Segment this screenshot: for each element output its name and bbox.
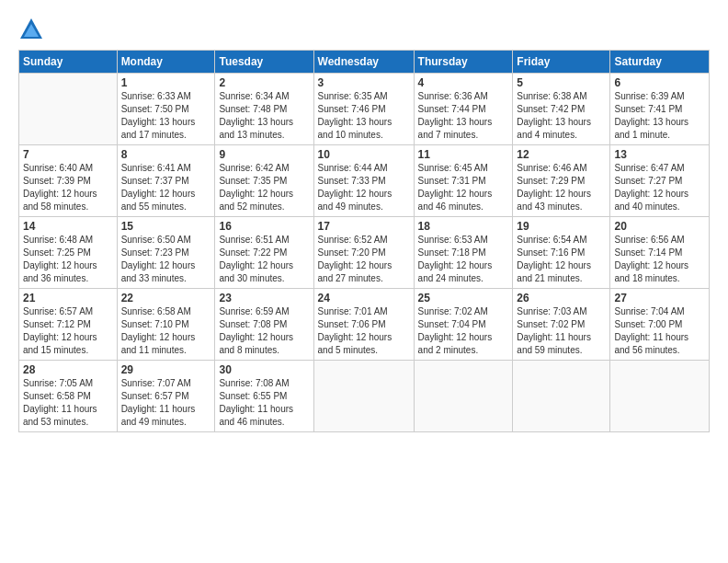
calendar-week-row: 14Sunrise: 6:48 AM Sunset: 7:25 PM Dayli… [19,217,710,289]
calendar-cell [513,361,610,432]
calendar-cell: 14Sunrise: 6:48 AM Sunset: 7:25 PM Dayli… [19,217,118,289]
day-number: 13 [614,148,705,161]
calendar-week-row: 1Sunrise: 6:33 AM Sunset: 7:50 PM Daylig… [19,74,710,145]
header [18,17,710,42]
calendar-cell: 28Sunrise: 7:05 AM Sunset: 6:58 PM Dayli… [19,361,118,432]
day-info: Sunrise: 6:36 AM Sunset: 7:44 PM Dayligh… [418,90,509,142]
calendar-cell: 2Sunrise: 6:34 AM Sunset: 7:48 PM Daylig… [215,74,313,145]
day-info: Sunrise: 6:40 AM Sunset: 7:39 PM Dayligh… [23,162,113,213]
day-info: Sunrise: 6:53 AM Sunset: 7:18 PM Dayligh… [418,234,509,285]
day-info: Sunrise: 6:46 AM Sunset: 7:29 PM Dayligh… [517,162,606,213]
day-number: 11 [418,148,509,161]
day-number: 6 [614,76,705,89]
day-number: 2 [219,76,309,89]
calendar-cell: 17Sunrise: 6:52 AM Sunset: 7:20 PM Dayli… [313,217,414,289]
day-info: Sunrise: 6:58 AM Sunset: 7:10 PM Dayligh… [121,305,211,357]
day-number: 12 [517,148,606,161]
calendar-week-row: 28Sunrise: 7:05 AM Sunset: 6:58 PM Dayli… [19,361,710,432]
calendar-cell: 22Sunrise: 6:58 AM Sunset: 7:10 PM Dayli… [117,289,215,361]
day-info: Sunrise: 7:08 AM Sunset: 6:55 PM Dayligh… [219,377,309,429]
calendar-cell: 4Sunrise: 6:36 AM Sunset: 7:44 PM Daylig… [414,74,513,145]
day-number: 9 [219,148,309,161]
calendar-cell: 15Sunrise: 6:50 AM Sunset: 7:23 PM Dayli… [117,217,215,289]
day-info: Sunrise: 6:39 AM Sunset: 7:41 PM Dayligh… [614,90,705,142]
calendar-cell: 27Sunrise: 7:04 AM Sunset: 7:00 PM Dayli… [610,289,710,361]
day-info: Sunrise: 6:54 AM Sunset: 7:16 PM Dayligh… [517,234,606,285]
calendar-cell: 19Sunrise: 6:54 AM Sunset: 7:16 PM Dayli… [513,217,610,289]
day-number: 23 [219,292,309,304]
day-info: Sunrise: 6:35 AM Sunset: 7:46 PM Dayligh… [318,90,410,142]
day-info: Sunrise: 6:45 AM Sunset: 7:31 PM Dayligh… [418,162,509,213]
day-number: 25 [418,292,509,304]
day-number: 1 [121,76,211,89]
calendar-header-saturday: Saturday [610,51,710,74]
day-number: 7 [23,148,113,161]
calendar-cell: 11Sunrise: 6:45 AM Sunset: 7:31 PM Dayli… [414,145,513,217]
day-number: 21 [23,292,113,304]
day-info: Sunrise: 6:34 AM Sunset: 7:48 PM Dayligh… [219,90,309,142]
calendar-week-row: 7Sunrise: 6:40 AM Sunset: 7:39 PM Daylig… [19,145,710,217]
day-number: 16 [219,220,309,233]
day-number: 5 [517,76,606,89]
calendar-cell: 26Sunrise: 7:03 AM Sunset: 7:02 PM Dayli… [513,289,610,361]
calendar-cell: 7Sunrise: 6:40 AM Sunset: 7:39 PM Daylig… [19,145,118,217]
day-info: Sunrise: 7:07 AM Sunset: 6:57 PM Dayligh… [121,377,211,429]
calendar-cell: 1Sunrise: 6:33 AM Sunset: 7:50 PM Daylig… [117,74,215,145]
day-info: Sunrise: 6:51 AM Sunset: 7:22 PM Dayligh… [219,234,309,285]
calendar-cell: 20Sunrise: 6:56 AM Sunset: 7:14 PM Dayli… [610,217,710,289]
calendar-week-row: 21Sunrise: 6:57 AM Sunset: 7:12 PM Dayli… [19,289,710,361]
calendar-header-monday: Monday [117,51,215,74]
day-number: 15 [121,220,211,233]
calendar-cell: 8Sunrise: 6:41 AM Sunset: 7:37 PM Daylig… [117,145,215,217]
day-info: Sunrise: 6:41 AM Sunset: 7:37 PM Dayligh… [121,162,211,213]
calendar-cell: 23Sunrise: 6:59 AM Sunset: 7:08 PM Dayli… [215,289,313,361]
calendar: SundayMondayTuesdayWednesdayThursdayFrid… [18,50,710,432]
day-info: Sunrise: 6:42 AM Sunset: 7:35 PM Dayligh… [219,162,309,213]
logo [18,17,46,42]
day-number: 17 [318,220,410,233]
calendar-cell: 6Sunrise: 6:39 AM Sunset: 7:41 PM Daylig… [610,74,710,145]
calendar-cell: 3Sunrise: 6:35 AM Sunset: 7:46 PM Daylig… [313,74,414,145]
day-number: 4 [418,76,509,89]
calendar-cell: 29Sunrise: 7:07 AM Sunset: 6:57 PM Dayli… [117,361,215,432]
calendar-header-thursday: Thursday [414,51,513,74]
calendar-cell [19,74,118,145]
calendar-cell [414,361,513,432]
day-info: Sunrise: 6:52 AM Sunset: 7:20 PM Dayligh… [318,234,410,285]
calendar-cell [313,361,414,432]
day-number: 8 [121,148,211,161]
day-number: 3 [318,76,410,89]
calendar-header-friday: Friday [513,51,610,74]
day-number: 18 [418,220,509,233]
day-info: Sunrise: 6:57 AM Sunset: 7:12 PM Dayligh… [23,305,113,357]
page: SundayMondayTuesdayWednesdayThursdayFrid… [0,0,728,563]
day-number: 22 [121,292,211,304]
day-info: Sunrise: 6:38 AM Sunset: 7:42 PM Dayligh… [517,90,606,142]
day-number: 27 [614,292,705,304]
day-number: 26 [517,292,606,304]
calendar-cell: 5Sunrise: 6:38 AM Sunset: 7:42 PM Daylig… [513,74,610,145]
calendar-cell: 30Sunrise: 7:08 AM Sunset: 6:55 PM Dayli… [215,361,313,432]
day-info: Sunrise: 7:03 AM Sunset: 7:02 PM Dayligh… [517,305,606,357]
calendar-cell: 24Sunrise: 7:01 AM Sunset: 7:06 PM Dayli… [313,289,414,361]
day-info: Sunrise: 7:02 AM Sunset: 7:04 PM Dayligh… [418,305,509,357]
day-info: Sunrise: 6:50 AM Sunset: 7:23 PM Dayligh… [121,234,211,285]
calendar-header-sunday: Sunday [19,51,118,74]
calendar-cell: 12Sunrise: 6:46 AM Sunset: 7:29 PM Dayli… [513,145,610,217]
calendar-cell: 13Sunrise: 6:47 AM Sunset: 7:27 PM Dayli… [610,145,710,217]
day-info: Sunrise: 7:01 AM Sunset: 7:06 PM Dayligh… [318,305,410,357]
calendar-cell: 25Sunrise: 7:02 AM Sunset: 7:04 PM Dayli… [414,289,513,361]
day-info: Sunrise: 6:48 AM Sunset: 7:25 PM Dayligh… [23,234,113,285]
day-info: Sunrise: 6:59 AM Sunset: 7:08 PM Dayligh… [219,305,309,357]
day-info: Sunrise: 6:47 AM Sunset: 7:27 PM Dayligh… [614,162,705,213]
day-number: 30 [219,363,309,376]
day-number: 14 [23,220,113,233]
day-info: Sunrise: 6:56 AM Sunset: 7:14 PM Dayligh… [614,234,705,285]
day-info: Sunrise: 7:04 AM Sunset: 7:00 PM Dayligh… [614,305,705,357]
day-info: Sunrise: 6:44 AM Sunset: 7:33 PM Dayligh… [318,162,410,213]
day-number: 24 [318,292,410,304]
day-info: Sunrise: 6:33 AM Sunset: 7:50 PM Dayligh… [121,90,211,142]
calendar-cell: 16Sunrise: 6:51 AM Sunset: 7:22 PM Dayli… [215,217,313,289]
day-number: 20 [614,220,705,233]
calendar-header-row: SundayMondayTuesdayWednesdayThursdayFrid… [19,51,710,74]
